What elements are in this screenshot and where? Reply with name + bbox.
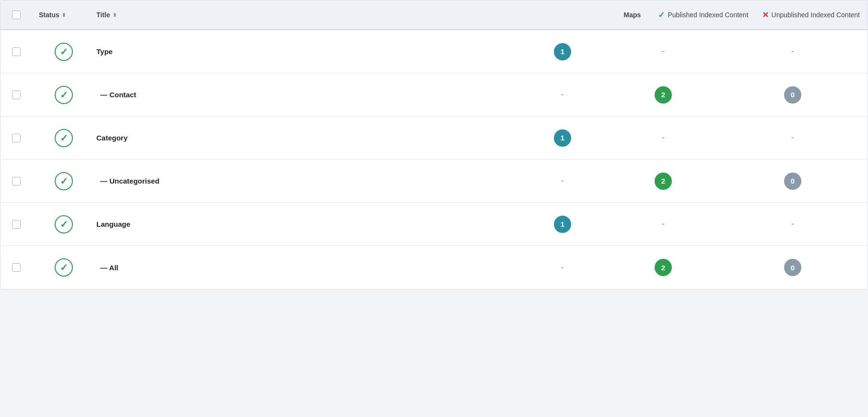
row-title-cell: Category [93, 128, 524, 148]
row-title-cell: — Contact [93, 85, 524, 104]
table-row: ✓— Contact-20 [0, 73, 868, 116]
published-check-icon: ✓ [658, 10, 665, 20]
table-row: ✓— All-20 [0, 246, 868, 289]
table-row: ✓Category1-- [0, 116, 868, 160]
row-maps-cell: 1 [524, 124, 601, 152]
table-header: Status ⇕ Title ⇕ Maps ✓ Published Indexe… [0, 0, 868, 30]
row-checkbox-cell [8, 42, 35, 62]
published-status-icon: ✓ [55, 215, 73, 233]
row-title-cell: Type [93, 42, 524, 61]
row-title-cell: Language [93, 214, 524, 234]
unpublished-legend: ✕ Unpublished Indexed Content [762, 10, 860, 20]
row-status-cell: ✓ [35, 166, 93, 196]
row-title-text[interactable]: Type [96, 47, 113, 56]
row-published-indexed-cell: - [601, 127, 726, 149]
row-published-indexed-cell: 2 [601, 167, 726, 196]
maps-badge[interactable]: 1 [554, 129, 571, 147]
row-checkbox-cell [8, 257, 35, 278]
row-published-indexed-cell: 2 [601, 81, 726, 109]
row-maps-cell: - [524, 257, 601, 278]
row-checkbox[interactable] [12, 134, 21, 142]
header-title[interactable]: Title ⇕ [93, 5, 524, 24]
row-unpublished-indexed-cell: - [726, 127, 860, 149]
row-status-cell: ✓ [35, 253, 93, 282]
table-row: ✓Language1-- [0, 203, 868, 246]
row-published-indexed-cell: - [601, 41, 726, 62]
unpublished-x-icon: ✕ [762, 10, 769, 20]
row-unpublished-indexed-cell: 0 [726, 167, 860, 196]
unpublished-indexed-badge[interactable]: 0 [784, 86, 801, 104]
row-title-cell: — All [93, 258, 524, 278]
row-checkbox-cell [8, 171, 35, 191]
row-unpublished-indexed-cell: - [726, 41, 860, 62]
row-maps-cell: - [524, 84, 601, 105]
row-status-cell: ✓ [35, 123, 93, 153]
published-status-icon: ✓ [55, 43, 73, 61]
published-indexed-dash: - [662, 219, 665, 229]
table-body: ✓Type1--✓— Contact-20✓Category1--✓— Unca… [0, 30, 868, 289]
unpublished-indexed-badge[interactable]: 0 [784, 173, 801, 190]
unpublished-indexed-dash: - [791, 133, 794, 143]
title-sort-icon: ⇕ [113, 12, 117, 18]
status-sort-icon: ⇕ [62, 12, 66, 18]
row-status-cell: ✓ [35, 80, 93, 110]
published-status-icon: ✓ [55, 258, 73, 277]
row-title-text[interactable]: — Contact [96, 91, 136, 99]
header-checkbox-col [8, 5, 35, 25]
published-indexed-badge[interactable]: 2 [655, 86, 672, 104]
maps-badge[interactable]: 1 [554, 43, 571, 60]
row-unpublished-indexed-cell: 0 [726, 81, 860, 109]
row-unpublished-indexed-cell: 0 [726, 253, 860, 282]
row-checkbox[interactable] [12, 177, 21, 185]
legend-area: Maps ✓ Published Indexed Content ✕ Unpub… [524, 5, 860, 24]
row-checkbox[interactable] [12, 220, 21, 229]
unpublished-indexed-dash: - [791, 46, 794, 57]
row-checkbox[interactable] [12, 91, 21, 99]
row-checkbox[interactable] [12, 263, 21, 272]
published-status-icon: ✓ [55, 129, 73, 147]
row-checkbox[interactable] [12, 47, 21, 56]
row-maps-cell: 1 [524, 37, 601, 66]
maps-dash: - [561, 176, 564, 186]
select-all-checkbox[interactable] [12, 11, 21, 19]
maps-dash: - [561, 90, 564, 100]
header-maps: Maps [620, 5, 645, 24]
row-title-text[interactable]: — Uncategorised [96, 177, 159, 185]
published-status-icon: ✓ [55, 86, 73, 104]
row-maps-cell: - [524, 170, 601, 192]
maps-badge[interactable]: 1 [554, 216, 571, 233]
published-legend: ✓ Published Indexed Content [658, 10, 748, 20]
row-status-cell: ✓ [35, 209, 93, 239]
row-checkbox-cell [8, 85, 35, 105]
published-indexed-badge[interactable]: 2 [655, 173, 672, 190]
row-title-text[interactable]: Language [96, 220, 130, 228]
maps-dash: - [561, 263, 564, 273]
row-checkbox-cell [8, 128, 35, 148]
published-indexed-dash: - [662, 46, 665, 57]
row-unpublished-indexed-cell: - [726, 213, 860, 235]
row-checkbox-cell [8, 214, 35, 234]
row-title-text[interactable]: Category [96, 134, 128, 142]
header-status[interactable]: Status ⇕ [35, 5, 93, 24]
row-maps-cell: 1 [524, 210, 601, 239]
unpublished-indexed-dash: - [791, 219, 794, 229]
row-title-text[interactable]: — All [96, 264, 118, 272]
published-status-icon: ✓ [55, 172, 73, 190]
row-published-indexed-cell: - [601, 213, 726, 235]
published-indexed-badge[interactable]: 2 [655, 259, 672, 276]
unpublished-indexed-badge[interactable]: 0 [784, 259, 801, 276]
table-row: ✓Type1-- [0, 30, 868, 73]
row-title-cell: — Uncategorised [93, 171, 524, 191]
published-indexed-dash: - [662, 133, 665, 143]
table-row: ✓— Uncategorised-20 [0, 160, 868, 203]
content-table: Status ⇕ Title ⇕ Maps ✓ Published Indexe… [0, 0, 868, 290]
row-published-indexed-cell: 2 [601, 253, 726, 282]
row-status-cell: ✓ [35, 37, 93, 67]
